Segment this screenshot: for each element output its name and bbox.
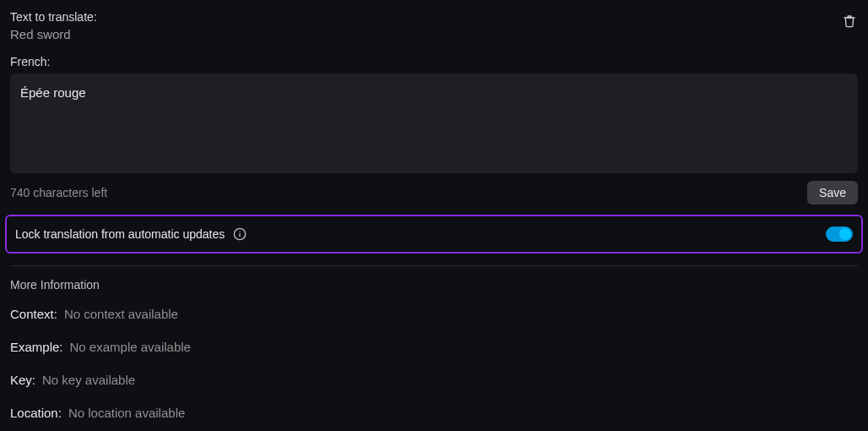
info-key: Context: bbox=[10, 307, 57, 321]
chars-left: 740 characters left bbox=[10, 186, 107, 199]
info-value: No context available bbox=[64, 307, 178, 321]
info-row-context: Context: No context available bbox=[10, 307, 858, 321]
target-lang-label: French: bbox=[10, 55, 858, 68]
lock-label: Lock translation from automatic updates bbox=[15, 227, 225, 241]
translation-input[interactable] bbox=[10, 74, 858, 173]
info-value: No location available bbox=[68, 406, 185, 420]
lock-translation-row: Lock translation from automatic updates bbox=[5, 215, 863, 254]
divider bbox=[10, 265, 858, 266]
save-button[interactable]: Save bbox=[807, 181, 858, 205]
toggle-knob bbox=[839, 228, 851, 240]
info-key: Location: bbox=[10, 406, 62, 420]
info-value: No example available bbox=[70, 340, 191, 354]
more-info-title: More Information bbox=[10, 278, 858, 292]
info-key: Example: bbox=[10, 340, 63, 354]
info-row-key: Key: No key available bbox=[10, 373, 858, 387]
info-row-example: Example: No example available bbox=[10, 340, 858, 354]
lock-toggle[interactable] bbox=[826, 226, 853, 242]
info-key: Key: bbox=[10, 373, 35, 387]
source-text: Red sword bbox=[10, 27, 97, 41]
info-value: No key available bbox=[42, 373, 135, 387]
info-icon[interactable] bbox=[233, 227, 247, 241]
delete-icon[interactable] bbox=[843, 14, 856, 31]
info-row-location: Location: No location available bbox=[10, 406, 858, 420]
source-label: Text to translate: bbox=[10, 10, 97, 24]
